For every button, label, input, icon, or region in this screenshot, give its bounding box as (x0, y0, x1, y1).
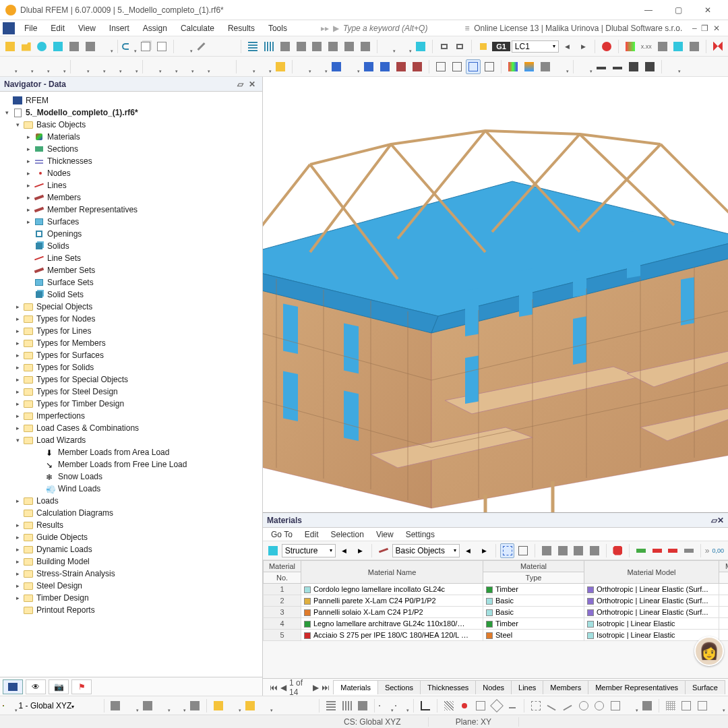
undo-button[interactable] (122, 39, 137, 54)
col-name[interactable]: Material Name (301, 561, 483, 584)
mp-edit4[interactable] (587, 543, 602, 558)
delete-button[interactable] (178, 39, 193, 54)
nav-tab-data[interactable] (3, 679, 23, 694)
tree-folder[interactable]: ▸Guide Objects (0, 531, 262, 543)
st-13[interactable] (356, 698, 371, 713)
tree-file[interactable]: 5._Modello_completo_(1).rf6* (26, 108, 138, 117)
tree-folder[interactable]: ▸Types for Special Objects (0, 373, 262, 386)
st-d1[interactable] (528, 698, 543, 713)
t2-27[interactable] (482, 59, 497, 74)
save-button[interactable] (67, 39, 82, 54)
support-avatar[interactable]: 👩 (694, 636, 724, 666)
st-9[interactable] (243, 698, 257, 713)
tab-sections[interactable]: Sections (377, 680, 421, 694)
tree-folder[interactable]: ▸Stress-Strain Analysis (0, 568, 262, 580)
menu-edit[interactable]: Edit (44, 22, 71, 35)
st-10[interactable] (259, 698, 274, 713)
t2-15[interactable] (273, 59, 288, 74)
mp-menu-goto[interactable]: Go To (266, 528, 298, 541)
copy-button[interactable] (138, 39, 153, 54)
tree-item[interactable]: ⬇Member Loads from Area Load (0, 446, 262, 458)
t2-10[interactable] (163, 59, 178, 74)
t2-33[interactable] (594, 59, 609, 74)
tree-item[interactable]: ▸Member Representatives (0, 204, 262, 216)
materials-close-button[interactable]: ✕ (717, 516, 724, 525)
st-d6[interactable] (608, 698, 623, 713)
table-row[interactable]: 1Cordolo legno lamellare incollato GL24c… (264, 584, 729, 595)
menu-tools[interactable]: Tools (262, 22, 294, 35)
minimize-button[interactable]: — (634, 1, 663, 20)
cs-icon[interactable] (3, 698, 18, 713)
t2-3[interactable] (35, 59, 50, 74)
st-11[interactable] (324, 698, 338, 713)
st-d5[interactable] (592, 698, 607, 713)
t2-7[interactable] (107, 59, 122, 74)
tree-item[interactable]: Openings (0, 228, 262, 240)
st-2[interactable] (124, 698, 139, 713)
t2-19[interactable] (345, 59, 360, 74)
table-row[interactable]: 2Pannelli parete X-Lam C24 P0/P1/P2Basic… (264, 595, 729, 607)
t2-23[interactable] (410, 59, 425, 74)
t2-34[interactable] (610, 59, 625, 74)
t2-20[interactable] (361, 59, 376, 74)
tab-lines[interactable]: Lines (511, 680, 543, 694)
del-res-button[interactable] (599, 39, 614, 54)
st-d8[interactable] (640, 698, 655, 713)
mp-row2[interactable] (650, 543, 665, 558)
lc-fwd-button[interactable]: ▶ (576, 39, 591, 54)
mp-sel2[interactable] (516, 543, 530, 558)
t2-11[interactable] (179, 59, 194, 74)
lc-back-button[interactable]: ◀ (560, 39, 575, 54)
mdi-restore-button[interactable]: ❐ (701, 24, 710, 33)
lc-combo[interactable]: LC1▾ (512, 40, 559, 53)
mp-row3[interactable] (666, 543, 681, 558)
res5-button[interactable] (687, 39, 702, 54)
t2-21[interactable] (377, 59, 392, 74)
t2-22[interactable] (394, 59, 408, 74)
table-row[interactable]: 5Acciaio S 275 per IPE 180/C 180/HEA 120… (264, 630, 729, 641)
t2-6[interactable] (91, 59, 106, 74)
t2-30[interactable] (538, 59, 553, 74)
tree-item[interactable]: Surface Sets (0, 276, 262, 289)
mp-menu-selection[interactable]: Selection (326, 528, 369, 541)
view3-button[interactable] (309, 39, 324, 54)
table-button[interactable] (245, 39, 260, 54)
tree-item[interactable]: ❄Snow Loads (0, 471, 262, 483)
save-all-button[interactable] (83, 39, 98, 54)
tree-folder[interactable]: ▸Steel Design (0, 580, 262, 592)
tree-item[interactable]: ↘Member Loads from Free Line Load (0, 458, 262, 471)
mp-combo-objects[interactable]: Basic Objects▾ (392, 544, 460, 557)
t2-31[interactable] (554, 59, 569, 74)
st-8[interactable] (227, 698, 242, 713)
edit-button[interactable] (194, 39, 209, 54)
t2-18[interactable] (329, 59, 344, 74)
t2-24[interactable] (433, 59, 448, 74)
tree-folder[interactable]: ▸Types for Timber Design (0, 398, 262, 410)
mp-more[interactable]: » (705, 546, 710, 555)
col-e-sub[interactable]: Ex [N/m (719, 572, 729, 584)
tab-nodes[interactable]: Nodes (475, 680, 512, 694)
mp-combo-structure[interactable]: Structure▾ (282, 544, 336, 557)
st-g1[interactable] (663, 698, 678, 713)
tree-item[interactable]: ▸Thicknesses (0, 155, 262, 167)
tree-folder[interactable]: ▸Types for Members (0, 337, 262, 349)
view4-button[interactable] (326, 39, 340, 54)
st-axis[interactable] (418, 698, 433, 713)
materials-float-button[interactable]: ▱ (711, 516, 717, 525)
tree-item[interactable]: Solid Sets (0, 289, 262, 301)
st-4[interactable] (156, 698, 171, 713)
tree-item[interactable]: Member Sets (0, 264, 262, 276)
tree-folder[interactable]: ▸Special Objects (0, 301, 262, 313)
grid-button[interactable] (262, 39, 276, 54)
t2-5[interactable] (75, 59, 90, 74)
calc3-button[interactable] (413, 39, 428, 54)
res4-button[interactable] (671, 39, 686, 54)
tree-folder[interactable]: ▸Types for Surfaces (0, 349, 262, 361)
tree-folder[interactable]: ▸Types for Nodes (0, 313, 262, 325)
tab-members[interactable]: Members (543, 680, 588, 694)
st-snap4[interactable] (489, 698, 504, 713)
t2-4[interactable] (51, 59, 66, 74)
tab-thicknesses[interactable]: Thicknesses (420, 680, 476, 694)
st-snap5[interactable] (505, 698, 520, 713)
t2-29[interactable] (522, 59, 537, 74)
